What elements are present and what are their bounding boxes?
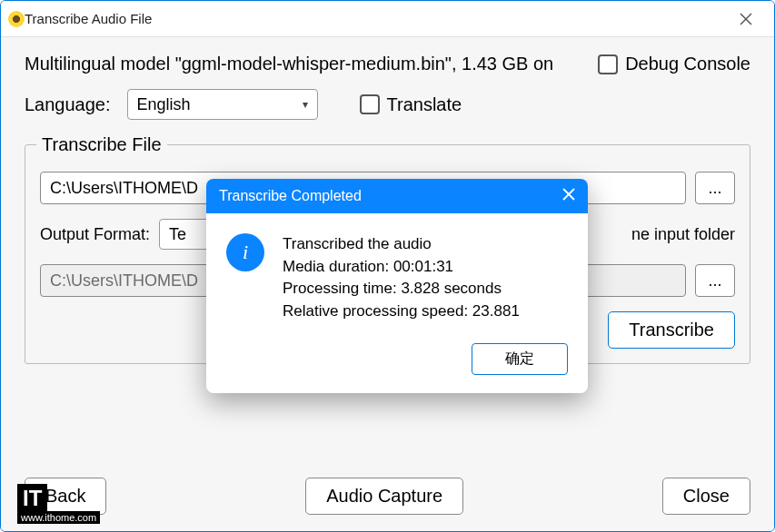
browse-input-button[interactable]: ... xyxy=(695,172,735,204)
browse-output-button[interactable]: ... xyxy=(695,264,735,297)
dialog-close-button[interactable] xyxy=(562,188,575,204)
translate-label: Translate xyxy=(387,94,462,115)
chevron-down-icon: ▾ xyxy=(303,98,308,111)
window-close-button[interactable] xyxy=(725,1,767,37)
input-folder-hint: ne input folder xyxy=(631,225,735,244)
group-legend: Transcribe File xyxy=(36,134,167,155)
ellipsis-icon: ... xyxy=(708,179,721,198)
translate-checkbox[interactable]: Translate xyxy=(360,94,462,115)
output-format-value: Te xyxy=(169,225,186,244)
output-format-label: Output Format: xyxy=(40,225,150,244)
transcribe-completed-dialog: Transcribe Completed i Transcribed the a… xyxy=(206,179,588,393)
dialog-line-2: Media duration: 00:01:31 xyxy=(283,256,520,279)
ellipsis-icon: ... xyxy=(708,271,721,291)
titlebar: Transcribe Audio File xyxy=(1,1,774,37)
checkbox-box xyxy=(598,54,618,74)
dialog-ok-button[interactable]: 确定 xyxy=(472,343,568,375)
dialog-message: Transcribed the audio Media duration: 00… xyxy=(283,233,520,323)
checkbox-box xyxy=(360,94,380,114)
language-value: English xyxy=(137,95,191,114)
debug-console-checkbox[interactable]: Debug Console xyxy=(598,54,750,74)
dialog-titlebar: Transcribe Completed xyxy=(206,179,588,213)
model-info-text: Multilingual model "ggml-model-whisper-m… xyxy=(25,54,553,74)
dialog-line-1: Transcribed the audio xyxy=(283,233,520,256)
dialog-line-3: Processing time: 3.828 seconds xyxy=(283,278,520,300)
audio-capture-button[interactable]: Audio Capture xyxy=(305,478,463,515)
window-title: Transcribe Audio File xyxy=(25,11,725,26)
language-label: Language: xyxy=(25,94,111,115)
info-icon: i xyxy=(226,233,264,271)
app-icon xyxy=(8,11,25,27)
dialog-title: Transcribe Completed xyxy=(219,188,362,204)
language-select[interactable]: English ▾ xyxy=(127,89,318,120)
close-button[interactable]: Close xyxy=(662,478,750,515)
dialog-line-4: Relative processing speed: 23.881 xyxy=(283,300,520,323)
close-icon xyxy=(740,13,752,25)
transcribe-button[interactable]: Transcribe xyxy=(608,311,735,349)
back-button[interactable]: Back xyxy=(25,478,106,515)
close-icon xyxy=(562,188,575,201)
debug-console-label: Debug Console xyxy=(625,54,750,74)
bottom-bar: Back Audio Capture Close xyxy=(1,478,774,515)
